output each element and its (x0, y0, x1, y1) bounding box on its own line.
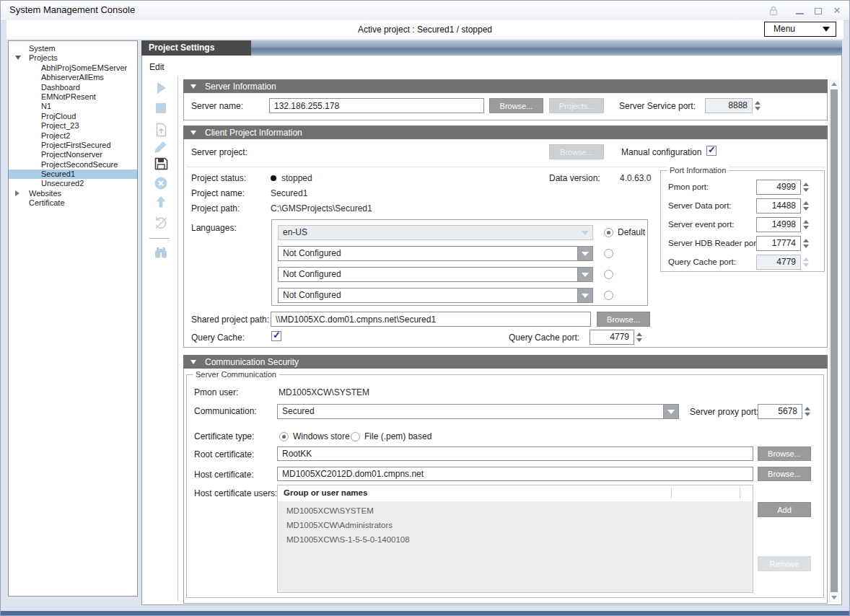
query-cache-port-spinner-2[interactable]: 4779 (590, 330, 642, 345)
main-panel: Project Settings Edit (141, 40, 842, 605)
tree-item-project[interactable]: EMNotPResent (9, 92, 137, 102)
dropdown-button[interactable] (577, 247, 592, 260)
expand-icon[interactable] (15, 190, 19, 196)
spin-up-icon (636, 333, 642, 336)
manual-config-checkbox[interactable] (706, 146, 717, 156)
minimize-icon (796, 13, 804, 14)
tree-item-project[interactable]: ProjectFirstSecured (9, 141, 137, 150)
language-dropdown-2[interactable]: Not Configured (278, 246, 593, 261)
query-cache-port-label: Query Cache port: (668, 258, 736, 266)
tab-project-settings[interactable]: Project Settings (141, 40, 251, 56)
root-cert-input[interactable] (277, 446, 753, 461)
dropdown-button[interactable] (577, 268, 592, 281)
list-item[interactable]: MD1005XCW\Administrators (286, 521, 393, 529)
language-dropdown-4[interactable]: Not Configured (278, 288, 593, 303)
query-cache-checkbox[interactable] (271, 331, 281, 341)
dropdown-button[interactable] (663, 405, 678, 418)
hdb-reader-port-spinner[interactable]: 17774 (756, 236, 809, 251)
service-port-spinner[interactable]: 8888 (705, 98, 761, 113)
start-button[interactable] (152, 79, 170, 97)
server-browse-button[interactable]: Browse... (489, 98, 543, 113)
spin-down-icon (636, 338, 642, 342)
upgrade-icon (153, 194, 169, 210)
tree-item-project[interactable]: ProjectSecondSecure (9, 160, 137, 170)
tree-item-project[interactable]: ProjectNonserver (9, 150, 137, 159)
save-button[interactable] (152, 155, 170, 172)
tree-item-certificate[interactable]: Certificate (9, 198, 137, 208)
section-header[interactable]: Communication Security (183, 355, 828, 369)
upgrade-button[interactable] (152, 193, 170, 211)
vertical-scrollbar[interactable] (829, 79, 839, 602)
communication-dropdown[interactable]: Secured (277, 404, 679, 419)
query-cache-port-spinner[interactable]: 4779 (756, 255, 809, 270)
shared-path-browse-button[interactable]: Browse... (597, 312, 650, 327)
language-radio-3[interactable] (604, 270, 613, 279)
tree-item-project[interactable]: AbhiserverAllEms (9, 73, 137, 82)
start-icon (153, 80, 169, 96)
proxy-port-spinner[interactable]: 5678 (758, 404, 810, 419)
host-cert-input[interactable] (277, 467, 753, 481)
history-button[interactable] (152, 214, 170, 232)
language-dropdown-1[interactable]: en-US (278, 225, 593, 240)
chevron-down-icon (823, 27, 830, 32)
shared-path-input[interactable] (271, 312, 591, 327)
language-default-radio[interactable] (604, 228, 613, 237)
cert-windows-radio[interactable] (279, 432, 289, 441)
dropdown-button[interactable] (577, 289, 592, 302)
language-radio-4[interactable] (604, 291, 613, 300)
cert-file-radio[interactable] (351, 432, 360, 441)
find-button[interactable] (152, 244, 170, 261)
list-item[interactable]: MD1005XCW\S-1-5-5-0-1400108 (286, 535, 410, 544)
list-item[interactable]: MD1005XCW\SYSTEM (286, 506, 374, 515)
tree-item-project[interactable]: N1 (9, 102, 137, 111)
tree-item-project[interactable]: Project2 (9, 131, 137, 141)
section-header[interactable]: Client Project Information (183, 126, 828, 139)
tree-item-project[interactable]: ProjCloud (9, 112, 137, 121)
tree-item-projects[interactable]: Projects (9, 53, 137, 63)
dropdown-button[interactable] (578, 226, 592, 239)
host-cert-browse-button[interactable]: Browse... (758, 467, 811, 481)
tree-item-project[interactable]: Unsecured2 (9, 179, 137, 188)
section-header[interactable]: Server Information (183, 79, 828, 93)
close-button[interactable]: ✕ (831, 5, 844, 17)
root-cert-browse-button[interactable]: Browse... (758, 446, 811, 461)
tree-item-system[interactable]: System (9, 44, 137, 53)
server-name-input[interactable] (269, 98, 484, 113)
users-list-header[interactable]: Group or user names (278, 485, 753, 502)
column-separator[interactable] (671, 488, 672, 498)
edit-menu[interactable]: Edit (149, 62, 165, 72)
server-data-port-spinner[interactable]: 14488 (756, 198, 809, 214)
project-status-label: Project status: (191, 173, 246, 183)
collapse-icon[interactable] (15, 56, 21, 60)
scrollbar-thumb[interactable] (831, 89, 838, 592)
column-separator[interactable] (740, 488, 740, 498)
tree-item-project-selected[interactable]: Secured1 (9, 170, 137, 179)
minimize-button[interactable] (793, 5, 806, 17)
maximize-icon (815, 8, 822, 14)
scroll-up-icon[interactable] (831, 82, 837, 86)
add-user-button[interactable]: Add (758, 502, 811, 517)
language-dropdown-3[interactable]: Not Configured (278, 267, 593, 282)
remove-user-button[interactable]: Remove (758, 556, 811, 571)
restore-button[interactable] (152, 121, 170, 138)
server-project-label: Server project: (191, 147, 247, 157)
server-event-port-spinner[interactable]: 14998 (756, 217, 809, 232)
projects-button[interactable]: Projects... (549, 98, 604, 113)
maximize-button[interactable] (812, 5, 825, 17)
pmon-port-spinner[interactable]: 4999 (756, 180, 809, 195)
tree-item-websites[interactable]: Websites (9, 189, 137, 198)
language-radio-2[interactable] (604, 249, 613, 258)
edit-button[interactable] (152, 138, 170, 156)
cancel-button[interactable] (152, 175, 170, 192)
spinner-arrows[interactable] (755, 98, 761, 113)
default-radio-label: Default (618, 227, 645, 237)
tree-item-project[interactable]: Project_23 (9, 121, 137, 131)
tree-item-project[interactable]: AbhiProjSomeEMServer (9, 63, 137, 73)
lock-icon (767, 5, 780, 17)
stop-button[interactable] (152, 100, 170, 117)
languages-label: Languages: (191, 223, 237, 233)
server-project-browse-button[interactable]: Browse... (549, 144, 604, 159)
menu-dropdown[interactable]: Menu (764, 22, 836, 37)
tree-item-project[interactable]: Dashboard (9, 83, 137, 92)
scroll-down-icon[interactable] (831, 596, 837, 599)
